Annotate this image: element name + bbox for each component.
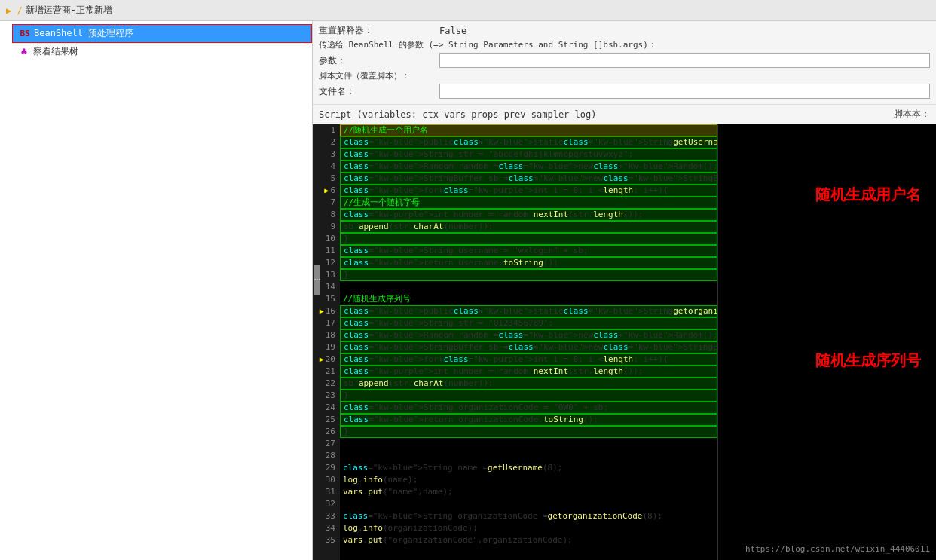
sidebar-item-beanshell[interactable]: BS BeanShell 预处理程序 [12,24,312,43]
sidebar-item-beanshell-label: BeanShell 预处理程序 [34,27,133,40]
args-input[interactable] [439,53,930,68]
interpreter-label: 重置解释器： [319,24,439,37]
code-line-11[interactable]: class="kw-blue">String username = "wxlog… [340,245,717,257]
code-line-24[interactable]: class="kw-blue">String organizationCode … [340,402,717,414]
line-number-32: 32 [313,498,335,510]
script-area-label: Script (variables: ctx vars props prev s… [319,109,596,120]
line-number-4: 4 [313,161,335,173]
code-line-10[interactable]: } [340,233,717,245]
beanshell-icon: BS [19,28,31,40]
line-number-30: 30 [313,474,335,486]
code-line-20[interactable]: class="kw-blue">for(class="kw-purple">in… [340,353,717,366]
line-number-11: 11 [313,245,335,257]
line-arrow-icon: ▶ [318,353,324,366]
line-number-16: ▶16 [313,305,335,317]
interpreter-value: False [439,26,466,36]
top-bar: ▶ / 新增运营商-正常新增 [0,0,936,21]
line-arrow-icon: ▶ [318,305,324,317]
code-line-34[interactable]: log.info(organizationCode); [340,522,717,534]
code-line-32[interactable] [340,498,717,510]
left-tree: BS BeanShell 预处理程序 ♣ 察看结果树 [0,21,312,560]
result-tree-icon: ♣ [18,46,30,58]
props-area: 重置解释器： False 传递给 BeanShell 的参数 (=> Strin… [313,21,936,105]
collapse-handle[interactable]: ··· [314,265,320,295]
line-number-7: 7 [313,197,335,209]
params-label: 传递给 BeanShell 的参数 (=> String Parameters … [319,39,656,50]
code-line-29[interactable]: class="kw-blue">String name = getUsernam… [340,462,717,474]
line-number-10: 10 [313,233,335,245]
script-header: Script (variables: ctx vars props prev s… [313,105,936,124]
line-number-34: 34 [313,522,335,534]
line-number-18: 18 [313,329,335,341]
code-line-5[interactable]: class="kw-blue">StringBuffer sb = class=… [340,173,717,185]
sidebar-item-result-tree-label: 察看结果树 [33,45,78,58]
params-row: 传递给 BeanShell 的参数 (=> String Parameters … [319,39,930,50]
line-number-17: 17 [313,317,335,329]
code-line-27[interactable] [340,438,717,450]
line-number-23: 23 [313,390,335,402]
code-line-18[interactable]: class="kw-blue">Random random = class="k… [340,329,717,341]
line-number-33: 33 [313,510,335,522]
line-number-1: 1 [313,124,335,136]
code-line-33[interactable]: class="kw-blue">String organizationCode … [340,510,717,522]
line-number-19: 19 [313,341,335,353]
line-number-25: 25 [313,414,335,426]
code-line-15[interactable]: //随机生成序列号 [340,293,717,305]
right-panel: 重置解释器： False 传递给 BeanShell 的参数 (=> Strin… [313,21,936,560]
line-number-9: 9 [313,221,335,233]
code-line-7[interactable]: //生成一个随机字母 [340,197,717,209]
annotation-username: 随机生成用户名 [815,185,921,205]
top-bar-icon: ▶ / [6,5,23,16]
line-numbers: 12345▶6789101112131415▶16171819▶20212223… [313,124,340,560]
main-layout: BS BeanShell 预处理程序 ♣ 察看结果树 ··· 重置解释器： Fa… [0,21,936,560]
annotation-panel: 随机生成用户名 随机生成序列号 https://blog.csdn.net/we… [717,124,936,560]
interpreter-row: 重置解释器： False [319,24,930,37]
line-number-27: 27 [313,438,335,450]
code-line-22[interactable]: sb.append(str.charAt(number)); [340,378,717,390]
code-line-2[interactable]: class="kw-blue">public class="kw-blue">s… [340,136,717,148]
code-line-28[interactable] [340,450,717,462]
code-line-6[interactable]: class="kw-blue">for(class="kw-purple">in… [340,185,717,197]
code-line-13[interactable]: } [340,269,717,281]
collapse-dots-icon: ··· [314,277,320,283]
code-area: 12345▶6789101112131415▶16171819▶20212223… [313,124,936,560]
line-number-2: 2 [313,136,335,148]
code-line-1[interactable]: //随机生成一个用户名 [340,124,717,136]
filename-label: 文件名： [319,85,439,98]
annotation-serial: 随机生成序列号 [815,350,921,371]
line-number-6: ▶6 [313,185,335,197]
code-line-14[interactable] [340,281,717,293]
code-line-9[interactable]: sb.append(str.charAt(number)); [340,221,717,233]
code-line-26[interactable]: } [340,426,717,438]
filename-input[interactable] [439,84,930,99]
script-file-label: 脚本文件（覆盖脚本）： [319,70,410,81]
code-line-30[interactable]: log.info(name); [340,474,717,486]
code-line-31[interactable]: vars.put("name",name); [340,486,717,498]
script-file-row: 脚本文件（覆盖脚本）： [319,70,930,81]
code-line-25[interactable]: class="kw-blue">return organizationCode.… [340,414,717,426]
script-note: 脚本本： [894,108,930,121]
line-arrow-icon: ▶ [323,185,329,197]
line-number-26: 26 [313,426,335,438]
code-line-12[interactable]: class="kw-blue">return username.toString… [340,257,717,269]
line-number-20: ▶20 [313,353,335,366]
args-label: 参数： [319,54,439,67]
code-line-35[interactable]: vars.put("organizationCode",organization… [340,534,717,546]
sidebar-item-result-tree[interactable]: ♣ 察看结果树 [12,43,312,60]
line-number-24: 24 [313,402,335,414]
line-number-3: 3 [313,148,335,161]
code-line-8[interactable]: class="kw-purple">int number = random.ne… [340,209,717,221]
code-line-4[interactable]: class="kw-blue">Random random = class="k… [340,161,717,173]
line-number-21: 21 [313,366,335,378]
code-line-3[interactable]: class="kw-blue">String str = "abcdefghij… [340,148,717,161]
code-line-16[interactable]: class="kw-blue">public class="kw-blue">s… [340,305,717,317]
line-number-5: 5 [313,173,335,185]
code-line-17[interactable]: class="kw-blue">String str = "0123456789… [340,317,717,329]
code-line-21[interactable]: class="kw-purple">int number = random.ne… [340,366,717,378]
left-panel: BS BeanShell 预处理程序 ♣ 察看结果树 [0,21,313,560]
line-number-22: 22 [313,378,335,390]
line-number-8: 8 [313,209,335,221]
code-content[interactable]: //随机生成一个用户名class="kw-blue">public class=… [340,124,717,560]
code-line-19[interactable]: class="kw-blue">StringBuffer sb = class=… [340,341,717,353]
code-line-23[interactable]: } [340,390,717,402]
